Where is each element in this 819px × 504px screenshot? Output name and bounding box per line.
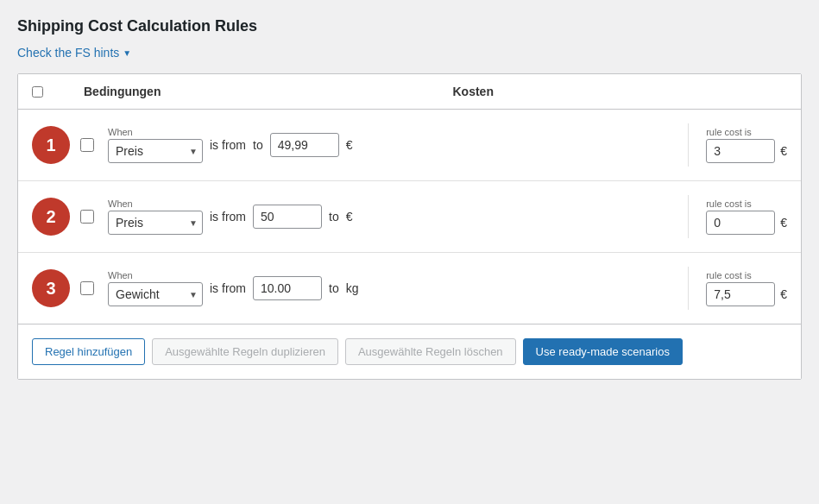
rule-checkbox-1[interactable] — [80, 138, 94, 152]
page-wrapper: Shipping Cost Calculation Rules Check th… — [17, 17, 802, 380]
cost-label-2: rule cost is — [706, 198, 787, 209]
rule-fields-1: When Preis Gewicht ▼ is from to € — [108, 127, 671, 163]
cost-value-input-1[interactable] — [706, 139, 775, 163]
cost-unit-1: € — [780, 144, 787, 158]
rule-divider-2 — [688, 195, 689, 238]
rules-table-header: Bedingungen Kosten — [18, 74, 801, 110]
unit-label-1: € — [346, 138, 353, 152]
header-bedingungen: Bedingungen — [84, 85, 436, 98]
rule-row-2: 2 When Preis Gewicht ▼ is from to — [18, 181, 801, 253]
condition-select-1[interactable]: Preis Gewicht — [108, 139, 203, 163]
rule-checkbox-3[interactable] — [80, 281, 94, 295]
unit-label-3: kg — [346, 281, 359, 295]
cost-label-3: rule cost is — [706, 270, 787, 280]
fs-hints-text: Check the FS hints — [17, 46, 119, 60]
page-title: Shipping Cost Calculation Rules — [17, 17, 802, 35]
duplicate-rules-button[interactable]: Ausgewählte Regeln duplizieren — [152, 338, 338, 365]
cost-inner-3: € — [706, 282, 787, 306]
rule-divider-3 — [688, 267, 689, 310]
cost-group-2: rule cost is € — [706, 198, 787, 235]
cost-group-3: rule cost is € — [706, 270, 787, 306]
cost-section-2: rule cost is € — [706, 198, 787, 235]
condition-select-wrapper-3: Preis Gewicht ▼ — [108, 282, 203, 306]
condition-select-2[interactable]: Preis Gewicht — [108, 211, 203, 235]
rules-list: 1 When Preis Gewicht ▼ is from to — [18, 110, 801, 324]
to-value-input-1[interactable] — [270, 133, 339, 157]
header-checkbox[interactable] — [32, 86, 43, 98]
rule-number-1: 1 — [32, 126, 70, 164]
rule-divider-1 — [688, 123, 689, 167]
is-from-text-2: is from — [210, 210, 246, 224]
fs-hints-arrow-icon: ▼ — [123, 48, 131, 58]
cost-value-input-3[interactable] — [706, 282, 775, 306]
is-from-text-1: is from — [210, 138, 246, 152]
from-value-input-3[interactable] — [253, 276, 322, 300]
cost-section-3: rule cost is € — [706, 270, 787, 306]
rule-number-2: 2 — [32, 198, 70, 236]
header-checkbox-area — [32, 85, 84, 98]
to-label-1: to — [253, 138, 263, 152]
when-group-2: When Preis Gewicht ▼ — [108, 198, 203, 235]
cost-section-1: rule cost is € — [706, 127, 787, 163]
header-kosten: Kosten — [436, 85, 788, 98]
when-label-2: When — [108, 198, 203, 209]
cost-value-input-2[interactable] — [706, 211, 775, 235]
cost-label-1: rule cost is — [706, 127, 787, 137]
add-rule-button[interactable]: Regel hinzufügen — [32, 338, 145, 365]
when-label-1: When — [108, 127, 203, 137]
from-value-input-2[interactable] — [253, 205, 322, 229]
unit-label-2: € — [346, 210, 353, 224]
when-group-3: When Preis Gewicht ▼ — [108, 270, 203, 306]
to-label-3: to — [329, 281, 339, 295]
delete-rules-button[interactable]: Ausgewählte Regeln löschen — [345, 338, 516, 365]
rule-fields-3: When Preis Gewicht ▼ is from to kg — [108, 270, 671, 306]
cost-inner-1: € — [706, 139, 787, 163]
rule-fields-2: When Preis Gewicht ▼ is from to € — [108, 198, 671, 235]
cost-unit-3: € — [780, 287, 787, 301]
when-label-3: When — [108, 270, 203, 280]
rule-number-3: 3 — [32, 269, 70, 307]
use-scenarios-button[interactable]: Use ready-made scenarios — [523, 338, 683, 365]
when-group-1: When Preis Gewicht ▼ — [108, 127, 203, 163]
footer-buttons: Regel hinzufügen Ausgewählte Regeln dupl… — [18, 324, 801, 379]
condition-select-3[interactable]: Preis Gewicht — [108, 282, 203, 306]
rule-row-3: 3 When Preis Gewicht ▼ is from to — [18, 253, 801, 324]
is-from-text-3: is from — [210, 281, 246, 295]
fs-hints-link[interactable]: Check the FS hints ▼ — [17, 46, 131, 60]
rule-row-1: 1 When Preis Gewicht ▼ is from to — [18, 110, 801, 181]
cost-unit-2: € — [780, 216, 787, 230]
rule-checkbox-2[interactable] — [80, 210, 94, 224]
cost-inner-2: € — [706, 211, 787, 235]
condition-select-wrapper-2: Preis Gewicht ▼ — [108, 211, 203, 235]
rules-container: Bedingungen Kosten 1 When Preis Gewicht … — [17, 73, 802, 380]
to-label-2: to — [329, 210, 339, 224]
cost-group-1: rule cost is € — [706, 127, 787, 163]
condition-select-wrapper-1: Preis Gewicht ▼ — [108, 139, 203, 163]
